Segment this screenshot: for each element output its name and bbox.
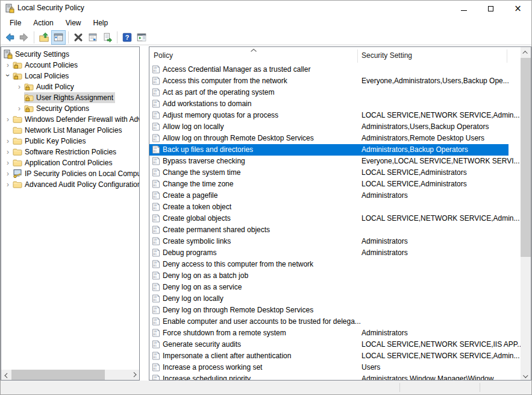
expander-icon[interactable] (3, 147, 13, 157)
minimize-button[interactable] (450, 1, 477, 16)
tree-item-application-control[interactable]: Application Control Policies (1, 157, 139, 168)
show-console-tree-button[interactable] (51, 30, 66, 45)
up-one-level-button[interactable] (37, 30, 51, 45)
menu-action[interactable]: Action (27, 17, 59, 29)
list-row[interactable]: Change the time zone LOCAL SERVICE,Admin… (149, 179, 509, 190)
scroll-right-button[interactable] (129, 370, 139, 380)
policy-document-icon (152, 168, 160, 177)
policy-name: Deny access to this computer from the ne… (163, 260, 313, 268)
tree-item-icon (13, 125, 22, 135)
list-row[interactable]: Increase a process working set Users (149, 362, 509, 373)
expander-icon[interactable] (3, 180, 13, 189)
expander-icon[interactable] (14, 104, 24, 113)
tree-item-software-restriction[interactable]: Software Restriction Policies (1, 147, 139, 157)
scroll-up-button[interactable] (521, 47, 531, 57)
list-row[interactable]: Impersonate a client after authenticatio… (149, 350, 509, 362)
list-row[interactable]: Generate security audits LOCAL SERVICE,N… (149, 339, 509, 350)
tree-item-public-key-policies[interactable]: Public Key Policies (1, 136, 139, 147)
policy-document-icon (152, 237, 160, 245)
expander-icon[interactable] (14, 93, 24, 103)
list-row[interactable]: Enable computer and user accounts to be … (149, 316, 509, 327)
help-button[interactable] (120, 30, 134, 45)
list-row[interactable]: Deny log on locally (149, 293, 509, 305)
toolbar-separator[interactable] (114, 30, 120, 45)
forward-button[interactable] (17, 30, 31, 45)
scroll-down-button[interactable] (521, 370, 531, 380)
list-row[interactable]: Deny log on through Remote Desktop Servi… (149, 305, 509, 316)
list-row[interactable]: Increase scheduling priority Administrat… (149, 373, 509, 380)
list-row[interactable]: Create a token object (149, 201, 509, 213)
list-row[interactable]: Change the system time LOCAL SERVICE,Adm… (149, 167, 509, 179)
list-row[interactable]: Access Credential Manager as a trusted c… (149, 64, 509, 75)
close-button[interactable]: × (504, 1, 531, 16)
list-row[interactable]: Access this computer from the network Ev… (149, 75, 509, 87)
policy-document-icon (152, 111, 160, 119)
list-row[interactable]: Deny log on as a batch job (149, 270, 509, 282)
list-row[interactable]: Adjust memory quotas for a process LOCAL… (149, 110, 509, 121)
list-header: Policy Security Setting (149, 47, 521, 64)
scrollbar-thumb[interactable] (521, 58, 531, 257)
expander-icon[interactable] (14, 82, 24, 92)
column-header-policy[interactable]: Policy (154, 51, 173, 60)
tree-item-security-options[interactable]: Security Options (1, 103, 139, 114)
toolbar-separator[interactable] (66, 30, 71, 45)
maximize-button[interactable] (477, 1, 504, 16)
list-row[interactable]: Force shutdown from a remote system Admi… (149, 327, 509, 339)
list-row[interactable]: Allow log on through Remote Desktop Serv… (149, 133, 509, 144)
toolbar-separator[interactable] (31, 30, 37, 45)
policy-name: Deny log on locally (163, 294, 224, 303)
tree-item-label: Local Policies (25, 72, 69, 80)
list-row[interactable]: Create a pagefile Administrators (149, 190, 509, 201)
tree-item-windows-defender-firewall[interactable]: Windows Defender Firewall with Adva (1, 114, 139, 125)
expander-icon[interactable] (3, 115, 13, 124)
tree-item-label: Account Policies (25, 61, 78, 69)
column-divider[interactable] (507, 49, 507, 63)
tree-item-label: Public Key Policies (25, 137, 86, 145)
properties-button[interactable] (86, 30, 100, 45)
list-row[interactable]: Create permanent shared objects (149, 224, 509, 236)
column-divider[interactable] (357, 49, 358, 63)
list-row[interactable]: Create global objects LOCAL SERVICE,NETW… (149, 213, 509, 224)
tree-item-security-settings[interactable]: Security Settings (1, 49, 139, 60)
expander-icon[interactable] (3, 71, 13, 81)
expander-icon[interactable] (3, 60, 13, 70)
toolbar (1, 30, 531, 45)
column-header-security-setting[interactable]: Security Setting (361, 51, 412, 60)
list-row[interactable]: Deny log on as a service (149, 282, 509, 293)
delete-button[interactable] (71, 30, 86, 45)
tree-item-network-list-manager[interactable]: Network List Manager Policies (1, 125, 139, 136)
list-row[interactable]: Add workstations to domain (149, 98, 509, 110)
policy-name: Force shutdown from a remote system (163, 329, 286, 337)
tree-item-account-policies[interactable]: Account Policies (1, 60, 139, 71)
tree-item-user-rights-assignment[interactable]: User Rights Assignment (1, 92, 139, 103)
vertical-scrollbar[interactable] (521, 47, 531, 380)
menu-help[interactable]: Help (87, 17, 114, 29)
horizontal-scrollbar[interactable] (1, 370, 139, 380)
list-row[interactable]: Bypass traverse checking Everyone,LOCAL … (149, 156, 509, 167)
expander-icon[interactable] (3, 158, 13, 168)
tree-item-label: Security Options (36, 104, 89, 113)
show-action-pane-button[interactable] (134, 30, 149, 45)
tree-item-ip-security-policies[interactable]: IP Security Policies on Local Compute (1, 168, 139, 179)
list-row[interactable]: Back up files and directories Administra… (149, 144, 509, 156)
expander-icon[interactable] (3, 169, 13, 179)
expander-icon[interactable] (3, 125, 13, 135)
list-row[interactable]: Debug programs Administrators (149, 247, 509, 259)
tree-item-icon (24, 93, 34, 103)
scroll-left-button[interactable] (1, 370, 11, 380)
back-button[interactable] (2, 30, 17, 45)
tree-item-advanced-audit-policy[interactable]: Advanced Audit Policy Configuration (1, 179, 139, 190)
menu-view[interactable]: View (60, 17, 87, 29)
list-row[interactable]: Deny access to this computer from the ne… (149, 259, 509, 270)
policy-name: Adjust memory quotas for a process (163, 111, 278, 119)
list-row[interactable]: Allow log on locally Administrators,User… (149, 121, 509, 133)
menu-file[interactable]: File (4, 17, 27, 29)
list-row[interactable]: Create symbolic links Administrators (149, 236, 509, 247)
export-list-button[interactable] (100, 30, 114, 45)
tree-item-local-policies[interactable]: Local Policies (1, 71, 139, 81)
tree-item-audit-policy[interactable]: Audit Policy (1, 81, 139, 92)
security-setting-value: Everyone,Administrators,Users,Backup Ope… (361, 77, 509, 85)
expander-icon[interactable] (3, 136, 13, 146)
list-row[interactable]: Act as part of the operating system (149, 87, 509, 98)
scrollbar-thumb[interactable] (11, 370, 105, 380)
